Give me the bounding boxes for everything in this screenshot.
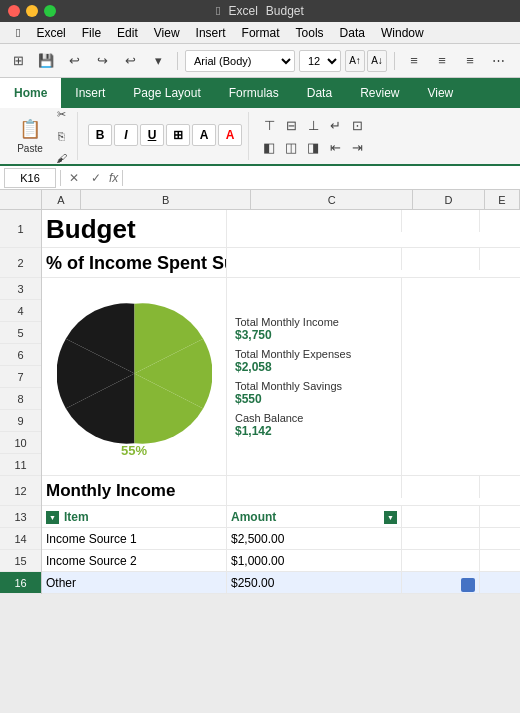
formula-input[interactable] <box>127 171 516 185</box>
cell-d2[interactable] <box>402 248 480 270</box>
menu-insert[interactable]: Insert <box>188 24 234 42</box>
border-button[interactable]: ⊞ <box>166 124 190 146</box>
col-header-c[interactable]: C <box>251 190 412 210</box>
bold-button[interactable]: B <box>88 124 112 146</box>
tab-review[interactable]: Review <box>346 78 413 108</box>
increase-font-btn[interactable]: A↑ <box>345 50 365 72</box>
menu-edit[interactable]: Edit <box>109 24 146 42</box>
cell-b1[interactable]: Budget <box>42 210 227 248</box>
cell-b14[interactable]: Income Source 1 <box>42 528 227 550</box>
row-header-15[interactable]: 15 <box>0 550 41 572</box>
menu-window[interactable]: Window <box>373 24 432 42</box>
maximize-button[interactable] <box>44 5 56 17</box>
undo-icon[interactable]: ↩ <box>62 49 86 73</box>
cancel-formula-icon[interactable]: ✕ <box>65 169 83 187</box>
row-header-5[interactable]: 5 <box>0 322 41 344</box>
paste-button[interactable]: 📋 Paste <box>12 112 48 160</box>
cell-c1[interactable] <box>227 210 402 232</box>
format-painter-icon[interactable]: 🖌 <box>51 148 71 168</box>
cut-icon[interactable]: ✂ <box>51 104 71 124</box>
cell-d14[interactable] <box>402 528 480 550</box>
tab-formulas[interactable]: Formulas <box>215 78 293 108</box>
row-header-14[interactable]: 14 <box>0 528 41 550</box>
row-header-10[interactable]: 10 <box>0 432 41 454</box>
align-top-icon[interactable]: ⊤ <box>259 115 279 135</box>
menu-view[interactable]: View <box>146 24 188 42</box>
fill-color-button[interactable]: A <box>192 124 216 146</box>
align-right-icon[interactable]: ≡ <box>458 49 482 73</box>
row-header-16[interactable]: 16 <box>0 572 41 594</box>
row-header-11[interactable]: 11 <box>0 454 41 476</box>
col-header-e[interactable]: E <box>485 190 520 210</box>
row-header-7[interactable]: 7 <box>0 366 41 388</box>
underline-button[interactable]: U <box>140 124 164 146</box>
align-right2-icon[interactable]: ◨ <box>303 137 323 157</box>
grid-icon[interactable]: ⊞ <box>6 49 30 73</box>
redo-icon[interactable]: ↪ <box>90 49 114 73</box>
row-header-2[interactable]: 2 <box>0 248 41 278</box>
cell-d1[interactable] <box>402 210 480 232</box>
font-color-button[interactable]: A <box>218 124 242 146</box>
font-family-select[interactable]: Arial (Body) <box>185 50 295 72</box>
menu-tools[interactable]: Tools <box>288 24 332 42</box>
cell-c14[interactable]: $2,500.00 <box>227 528 402 550</box>
copy-icon[interactable]: ⎘ <box>51 126 71 146</box>
amount-filter-arrow[interactable]: ▼ <box>384 511 397 524</box>
cell-b15[interactable]: Income Source 2 <box>42 550 227 572</box>
minimize-button[interactable] <box>26 5 38 17</box>
menu-format[interactable]: Format <box>234 24 288 42</box>
wrap-text-icon[interactable]: ↵ <box>325 115 345 135</box>
align-left-icon[interactable]: ≡ <box>402 49 426 73</box>
col-header-d[interactable]: D <box>413 190 485 210</box>
cell-c2[interactable] <box>227 248 402 270</box>
decrease-font-btn[interactable]: A↓ <box>367 50 387 72</box>
row-header-13[interactable]: 13 <box>0 506 41 528</box>
menu-data[interactable]: Data <box>332 24 373 42</box>
dropdown-icon[interactable]: ▾ <box>146 49 170 73</box>
row-header-3[interactable]: 3 <box>0 278 41 300</box>
cell-d15[interactable] <box>402 550 480 572</box>
menu-apple[interactable]:  <box>8 24 28 42</box>
italic-button[interactable]: I <box>114 124 138 146</box>
cell-d12[interactable] <box>402 476 480 498</box>
cell-c15[interactable]: $1,000.00 <box>227 550 402 572</box>
tab-page-layout[interactable]: Page Layout <box>119 78 214 108</box>
increase-indent-icon[interactable]: ⇥ <box>347 137 367 157</box>
row-header-12[interactable]: 12 <box>0 476 41 506</box>
item-filter-arrow[interactable]: ▼ <box>46 511 59 524</box>
col-header-b[interactable]: B <box>81 190 252 210</box>
close-button[interactable] <box>8 5 20 17</box>
row-header-6[interactable]: 6 <box>0 344 41 366</box>
cell-b12[interactable]: Monthly Income <box>42 476 227 506</box>
menu-file[interactable]: File <box>74 24 109 42</box>
cell-d-chart[interactable] <box>402 278 480 475</box>
font-size-select[interactable]: 12 <box>299 50 341 72</box>
merge-icon[interactable]: ⊡ <box>347 115 367 135</box>
align-center2-icon[interactable]: ◫ <box>281 137 301 157</box>
tab-data[interactable]: Data <box>293 78 346 108</box>
cell-c13[interactable]: Amount ▼ <box>227 506 402 528</box>
more-icon[interactable]: ⋯ <box>486 49 510 73</box>
align-left2-icon[interactable]: ◧ <box>259 137 279 157</box>
tab-view[interactable]: View <box>413 78 467 108</box>
cell-b13[interactable]: ▼ Item <box>42 506 227 528</box>
align-bottom-icon[interactable]: ⊥ <box>303 115 323 135</box>
save-icon[interactable]: 💾 <box>34 49 58 73</box>
cell-d16[interactable] <box>402 572 480 594</box>
cell-c12[interactable] <box>227 476 402 498</box>
align-center-icon[interactable]: ≡ <box>430 49 454 73</box>
row-header-9[interactable]: 9 <box>0 410 41 432</box>
cell-b2[interactable]: % of Income Spent Summary <box>42 248 227 278</box>
col-header-a[interactable]: A <box>42 190 81 210</box>
cell-reference-input[interactable]: K16 <box>4 168 56 188</box>
row-header-4[interactable]: 4 <box>0 300 41 322</box>
align-middle-icon[interactable]: ⊟ <box>281 115 301 135</box>
decrease-indent-icon[interactable]: ⇤ <box>325 137 345 157</box>
menu-excel[interactable]: Excel <box>28 24 73 42</box>
cell-b16[interactable]: Other <box>42 572 227 594</box>
row-header-1[interactable]: 1 <box>0 210 41 248</box>
undo2-icon[interactable]: ↩ <box>118 49 142 73</box>
cell-d13[interactable] <box>402 506 480 528</box>
confirm-formula-icon[interactable]: ✓ <box>87 169 105 187</box>
cell-c16[interactable]: $250.00 <box>227 572 402 594</box>
